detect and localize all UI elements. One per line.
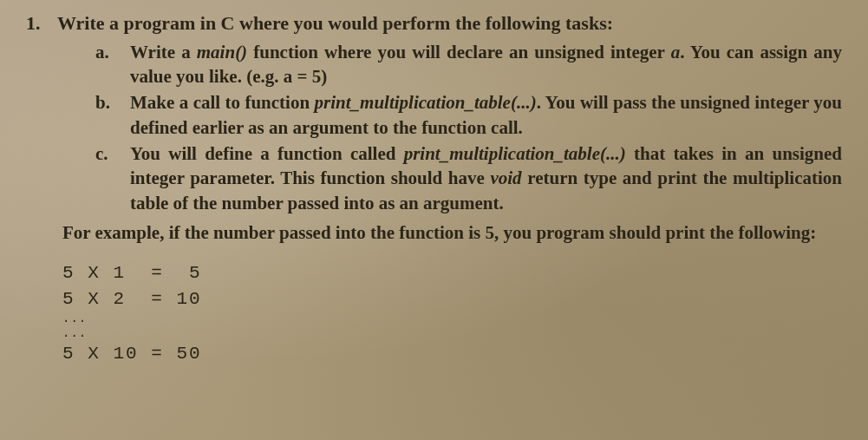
sub-item-list: a. Write a main() function where you wil… xyxy=(95,40,842,215)
sub-item-b: b. Make a call to function print_multipl… xyxy=(95,90,842,140)
example-intro: For example, if the number passed into t… xyxy=(62,220,842,245)
sub-letter: b. xyxy=(95,92,114,114)
output-ellipsis: ... xyxy=(62,326,842,341)
document-content: 1. Write a program in C where you would … xyxy=(26,10,842,366)
question-header: 1. Write a program in C where you would … xyxy=(26,10,842,36)
example-output: 5 X 1 = 5 5 X 2 = 10 ... ... 5 X 10 = 50 xyxy=(62,260,842,366)
sub-text: Make a call to function print_multiplica… xyxy=(130,90,842,140)
output-ellipsis: ... xyxy=(62,312,842,326)
sub-text: You will define a function called print_… xyxy=(130,141,842,215)
output-line: 5 X 10 = 50 xyxy=(62,341,842,366)
sub-text: Write a main() function where you will d… xyxy=(130,40,842,89)
question-prompt: Write a program in C where you would per… xyxy=(57,10,613,36)
output-line: 5 X 2 = 10 xyxy=(62,286,842,312)
sub-letter: c. xyxy=(95,143,114,165)
question-number: 1. xyxy=(26,12,45,35)
output-line: 5 X 1 = 5 xyxy=(62,260,842,286)
sub-item-c: c. You will define a function called pri… xyxy=(95,141,842,215)
sub-item-a: a. Write a main() function where you wil… xyxy=(95,40,842,89)
sub-letter: a. xyxy=(95,42,114,63)
